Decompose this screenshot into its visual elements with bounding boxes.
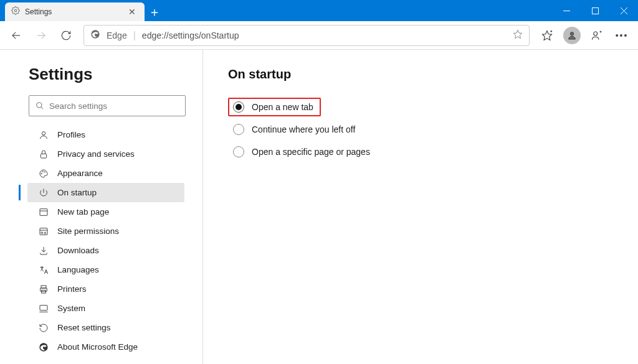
svg-rect-33	[41, 286, 46, 288]
refresh-button[interactable]	[55, 24, 77, 47]
radio-icon	[233, 146, 244, 157]
sidebar-item-label: Printers	[57, 284, 87, 294]
sidebar-item-label: On startup	[57, 188, 97, 197]
svg-point-18	[42, 131, 45, 134]
forward-button[interactable]	[30, 24, 52, 47]
sidebar-item-label: Reset settings	[57, 323, 111, 332]
sidebar-item-label: Privacy and services	[57, 149, 135, 159]
settings-main: On startup Open a new tab Continue where…	[203, 50, 638, 364]
favorite-star-icon[interactable]	[513, 29, 523, 42]
radio-continue-where-left-off[interactable]: Continue where you left off	[228, 120, 360, 139]
section-heading: On startup	[228, 67, 613, 82]
svg-point-13	[594, 32, 598, 35]
radio-label: Continue where you left off	[252, 124, 355, 134]
window-maximize-button[interactable]	[581, 0, 609, 21]
sidebar-item-downloads[interactable]: Downloads	[27, 241, 184, 260]
edge-logo-icon	[90, 29, 100, 42]
radio-icon	[233, 124, 244, 135]
svg-point-22	[44, 171, 45, 172]
sidebar-item-about[interactable]: About Microsoft Edge	[27, 337, 184, 357]
sidebar-item-privacy[interactable]: Privacy and services	[27, 144, 184, 164]
svg-point-21	[42, 171, 43, 172]
radio-label: Open a new tab	[252, 102, 313, 112]
settings-sidebar: Settings Profiles Privacy and services A…	[0, 50, 203, 364]
address-separator: |	[133, 30, 136, 41]
sidebar-item-label: Site permissions	[57, 226, 119, 236]
search-icon	[36, 101, 44, 110]
svg-rect-36	[40, 305, 47, 310]
svg-point-29	[41, 231, 43, 233]
svg-point-20	[41, 173, 42, 174]
more-menu-button[interactable]: •••	[611, 24, 633, 47]
sidebar-item-label: About Microsoft Edge	[57, 342, 138, 352]
sidebar-item-appearance[interactable]: Appearance	[27, 164, 184, 183]
svg-marker-9	[543, 30, 552, 40]
browser-tab[interactable]: Settings ✕	[5, 2, 145, 21]
sidebar-item-label: Languages	[57, 265, 99, 274]
avatar	[563, 27, 581, 44]
radio-label: Open a specific page or pages	[252, 147, 370, 157]
radio-open-new-tab[interactable]: Open a new tab	[228, 98, 321, 116]
content-area: Settings Profiles Privacy and services A…	[0, 50, 638, 364]
sidebar-item-reset-settings[interactable]: Reset settings	[27, 318, 184, 337]
address-brand: Edge	[107, 30, 127, 40]
window-close-button[interactable]	[609, 0, 638, 21]
sidebar-item-label: System	[57, 304, 85, 313]
account-button[interactable]	[586, 24, 608, 47]
search-settings-input[interactable]	[29, 95, 186, 116]
page-title: Settings	[29, 65, 191, 84]
sidebar-item-languages[interactable]: Languages	[27, 260, 184, 279]
gear-icon	[11, 6, 20, 17]
svg-point-12	[570, 32, 573, 35]
svg-rect-24	[40, 208, 47, 215]
sidebar-item-system[interactable]: System	[27, 299, 184, 318]
back-button[interactable]	[5, 24, 27, 47]
sidebar-item-label: Downloads	[57, 246, 99, 255]
tab-label: Settings	[25, 7, 121, 16]
ellipsis-icon: •••	[616, 30, 629, 40]
sidebar-item-new-tab-page[interactable]: New tab page	[27, 202, 184, 222]
address-url: edge://settings/onStartup	[142, 30, 507, 40]
address-bar[interactable]: Edge | edge://settings/onStartup	[83, 25, 530, 46]
sidebar-item-label: Profiles	[57, 130, 85, 139]
radio-icon	[233, 101, 244, 113]
settings-nav: Profiles Privacy and services Appearance…	[19, 125, 191, 357]
svg-point-0	[14, 9, 17, 12]
search-input[interactable]	[49, 101, 179, 111]
sidebar-item-label: Appearance	[57, 169, 103, 178]
svg-line-17	[41, 107, 44, 110]
browser-toolbar: Edge | edge://settings/onStartup •••	[0, 21, 638, 50]
svg-point-16	[37, 103, 42, 108]
on-startup-radio-group: Open a new tab Continue where you left o…	[228, 98, 613, 161]
favorites-button[interactable]	[536, 24, 558, 47]
radio-open-specific-page[interactable]: Open a specific page or pages	[228, 142, 375, 161]
svg-marker-8	[513, 30, 521, 38]
svg-rect-19	[40, 154, 46, 158]
sidebar-item-profiles[interactable]: Profiles	[27, 125, 184, 144]
sidebar-item-on-startup[interactable]: On startup	[27, 183, 184, 202]
new-tab-button[interactable]: ＋	[145, 2, 164, 21]
window-minimize-button[interactable]	[552, 0, 581, 21]
svg-rect-27	[40, 228, 47, 235]
sidebar-item-printers[interactable]: Printers	[27, 279, 184, 299]
close-icon[interactable]: ✕	[126, 6, 138, 17]
svg-rect-2	[592, 7, 598, 14]
sidebar-item-site-permissions[interactable]: Site permissions	[27, 222, 184, 241]
profile-button[interactable]	[561, 24, 583, 47]
window-titlebar: Settings ✕ ＋	[0, 0, 638, 21]
sidebar-item-label: New tab page	[57, 207, 109, 217]
